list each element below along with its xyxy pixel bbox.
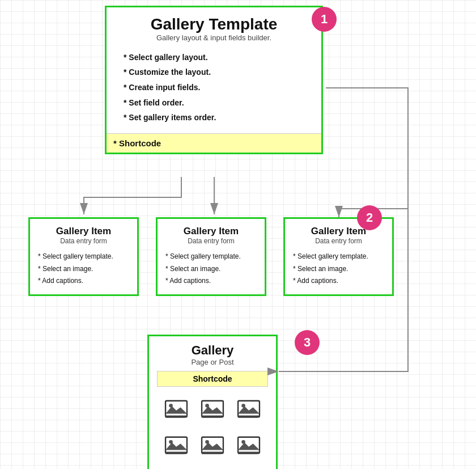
svg-point-16 [241, 404, 245, 408]
item-right-list: * Select gallery template. * Select an i… [293, 251, 384, 288]
template-box: Gallery Template Gallery layout & input … [105, 6, 323, 154]
badge-3: 3 [295, 330, 320, 355]
gallery-item-left: Gallery Item Data entry form * Select ga… [28, 217, 139, 296]
svg-marker-25 [202, 442, 223, 450]
gallery-page-subtitle: Page or Post [157, 358, 268, 366]
diagram-container: 1 Gallery Template Gallery layout & inpu… [0, 0, 476, 469]
svg-marker-5 [165, 407, 187, 414]
gallery-item-center: Gallery Item Data entry form * Select ga… [156, 217, 266, 296]
item-center-subtitle: Data entry form [165, 237, 257, 245]
svg-rect-24 [202, 437, 223, 453]
gallery-shortcode: Shortcode [157, 371, 268, 387]
gallery-page-title: Gallery [157, 343, 268, 358]
svg-point-6 [169, 404, 173, 408]
img-icon-4 [160, 429, 193, 462]
svg-rect-29 [238, 437, 260, 453]
svg-rect-9 [202, 401, 223, 417]
svg-point-31 [241, 440, 245, 444]
item-center-list: * Select gallery template. * Select an i… [165, 251, 257, 288]
img-icon-5 [196, 429, 230, 462]
svg-marker-10 [202, 407, 223, 414]
gallery-page-box: Gallery Page or Post Shortcode [147, 335, 278, 469]
item-left-list: * Select gallery template. * Select an i… [38, 251, 129, 288]
svg-marker-15 [238, 407, 260, 414]
svg-rect-19 [165, 437, 187, 453]
img-icon-6 [232, 429, 265, 462]
item-right-subtitle: Data entry form [293, 237, 384, 245]
svg-point-26 [205, 440, 209, 444]
img-icon-3 [232, 392, 265, 426]
svg-rect-4 [165, 401, 187, 417]
img-icon-1 [160, 392, 193, 426]
badge-2: 2 [357, 205, 382, 230]
svg-point-21 [169, 440, 173, 444]
img-icon-7 [160, 464, 193, 469]
svg-marker-30 [238, 442, 260, 450]
gallery-item-right: Gallery Item Data entry form * Select ga… [283, 217, 394, 296]
img-icon-2 [196, 392, 230, 426]
img-icon-9 [232, 464, 265, 469]
image-grid [157, 392, 268, 469]
item-left-title: Gallery Item [38, 226, 129, 237]
svg-rect-14 [238, 401, 260, 417]
item-center-title: Gallery Item [165, 226, 257, 237]
template-title: Gallery Template [118, 16, 310, 33]
badge-1: 1 [312, 7, 337, 32]
template-subtitle: Gallery layout & input fields builder. [118, 33, 310, 42]
shortcode-bar: * Shortcode [107, 133, 321, 153]
img-icon-8 [196, 464, 230, 469]
template-list: * Select gallery layout. * Customize the… [118, 50, 310, 125]
svg-marker-20 [165, 442, 187, 450]
item-left-subtitle: Data entry form [38, 237, 129, 245]
svg-point-11 [205, 404, 209, 408]
